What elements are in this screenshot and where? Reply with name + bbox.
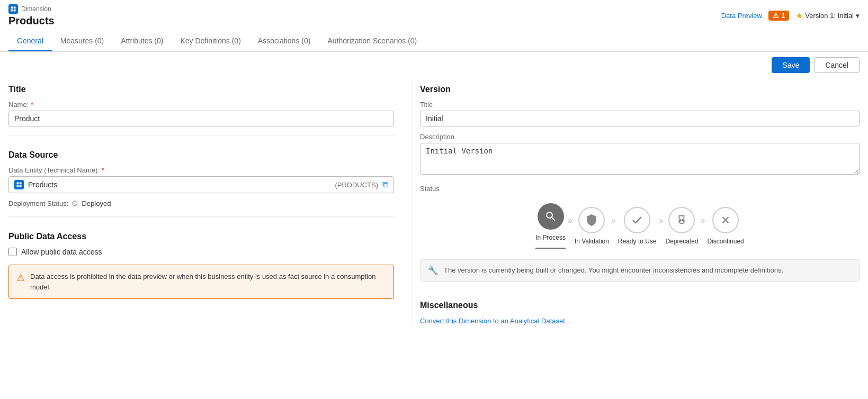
external-link-icon[interactable]: ⧉ <box>382 180 388 189</box>
status-step-ready-to-use[interactable]: Ready to Use <box>618 207 657 245</box>
status-flow: In Process » In Validation » <box>420 195 860 257</box>
tabs-bar: General Measures (0) Attributes (0) Key … <box>0 31 868 52</box>
svg-rect-5 <box>20 183 22 185</box>
ready-to-use-circle <box>624 207 650 233</box>
entity-required-indicator: * <box>100 166 104 174</box>
app-type-label: Dimension <box>21 5 51 13</box>
data-entity-row: Products (PRODUCTS) ⧉ <box>8 176 394 193</box>
warning-text: Data access is prohibited in the data pr… <box>30 271 386 292</box>
status-step-discontinued[interactable]: Discontinued <box>707 207 744 245</box>
title-divider <box>8 135 394 135</box>
status-notice: 🔧 The version is currently being built o… <box>420 259 860 282</box>
version-button[interactable]: ★ Version 1: Initial ▾ <box>795 11 860 21</box>
svg-rect-1 <box>14 7 16 9</box>
entity-code: (PRODUCTS) <box>335 181 378 189</box>
arrow-2: » <box>611 216 616 236</box>
miscellaneous-section: Miscellaneous Convert this Dimension to … <box>420 294 860 325</box>
allow-public-checkbox[interactable] <box>8 248 17 256</box>
tab-associations[interactable]: Associations (0) <box>249 31 319 51</box>
tab-measures[interactable]: Measures (0) <box>52 31 112 51</box>
status-label: Status <box>420 185 860 193</box>
warning-icon: ⚠ <box>16 272 25 284</box>
version-title-label: Title <box>420 101 860 108</box>
in-validation-circle <box>578 207 605 233</box>
app-header-left: Dimension Products <box>8 4 55 27</box>
data-source-divider <box>8 216 394 217</box>
dimension-icon <box>8 4 18 14</box>
arrow-3: » <box>659 216 664 236</box>
version-label: Version 1: Initial <box>805 12 854 20</box>
public-data-access-heading: Public Data Access <box>8 225 394 241</box>
status-step-deprecated[interactable]: Deprecated <box>665 207 698 245</box>
in-validation-label: In Validation <box>575 238 609 245</box>
data-preview-button[interactable]: Data Preview <box>721 12 762 20</box>
deprecated-label: Deprecated <box>665 238 698 245</box>
deployment-status-value: Deployed <box>82 200 111 207</box>
public-data-access-checkbox-row: Allow public data access <box>8 248 394 256</box>
discontinued-circle <box>712 207 739 233</box>
deployment-status-label: Deployment Status: <box>8 200 68 207</box>
version-description-label: Description <box>420 133 860 141</box>
in-process-underline <box>535 248 566 249</box>
chevron-down-icon: ▾ <box>856 12 860 20</box>
arrow-4: » <box>701 216 705 236</box>
public-data-warning: ⚠ Data access is prohibited in the data … <box>8 265 394 299</box>
arrow-1: » <box>568 216 572 236</box>
title-section-heading: Title <box>8 78 394 94</box>
version-description-input[interactable]: Initial Version <box>420 143 860 175</box>
status-step-in-validation[interactable]: In Validation <box>575 207 609 245</box>
entity-type-icon <box>14 180 24 189</box>
notice-text: The version is currently being built or … <box>444 265 783 276</box>
name-field-label: Name: * <box>8 101 394 108</box>
alert-count: 1 <box>781 12 785 20</box>
tab-general[interactable]: General <box>8 31 52 51</box>
app-header: Dimension Products Data Preview ⚠ 1 ★ Ve… <box>0 0 868 27</box>
data-source-heading: Data Source <box>8 144 394 160</box>
version-section-heading: Version <box>420 78 860 94</box>
name-input[interactable] <box>8 111 394 126</box>
svg-rect-2 <box>11 10 13 12</box>
name-required-indicator: * <box>29 101 33 108</box>
main-content: Title Name: * Data Source Data Entity (T… <box>0 78 868 333</box>
entity-field-label: Data Entity (Technical Name): * <box>8 166 394 174</box>
svg-rect-7 <box>20 185 22 187</box>
convert-dimension-link[interactable]: Convert this Dimension to an Analytical … <box>420 317 571 325</box>
discontinued-label: Discontinued <box>707 238 744 245</box>
left-panel: Title Name: * Data Source Data Entity (T… <box>8 78 411 325</box>
ready-to-use-label: Ready to Use <box>618 238 657 245</box>
clock-icon: ⊙ <box>71 198 78 208</box>
tab-key-definitions[interactable]: Key Definitions (0) <box>172 31 249 51</box>
svg-rect-6 <box>17 185 19 187</box>
page-title: Products <box>8 14 55 27</box>
status-step-in-process[interactable]: In Process <box>535 203 566 249</box>
app-header-right: Data Preview ⚠ 1 ★ Version 1: Initial ▾ <box>721 11 860 21</box>
in-process-circle <box>538 203 564 230</box>
save-button[interactable]: Save <box>772 57 810 73</box>
deployment-status: Deployment Status: ⊙ Deployed <box>8 198 394 208</box>
notice-icon: 🔧 <box>428 266 439 276</box>
entity-name: Products <box>28 180 330 189</box>
svg-rect-0 <box>11 7 13 9</box>
tab-attributes[interactable]: Attributes (0) <box>112 31 172 51</box>
svg-rect-4 <box>17 183 19 185</box>
svg-rect-3 <box>14 10 16 12</box>
in-process-label: In Process <box>535 234 566 241</box>
status-section: Status In Process » In Validation <box>420 185 860 257</box>
right-panel: Version Title Description Initial Versio… <box>411 78 860 325</box>
toolbar: Save Cancel <box>0 52 868 78</box>
allow-public-label[interactable]: Allow public data access <box>21 248 102 256</box>
cancel-button[interactable]: Cancel <box>814 57 860 73</box>
version-title-input[interactable] <box>420 111 860 126</box>
alert-icon: ⚠ <box>773 12 779 20</box>
alert-badge[interactable]: ⚠ 1 <box>768 11 789 21</box>
miscellaneous-heading: Miscellaneous <box>420 294 860 310</box>
star-icon: ★ <box>795 11 803 21</box>
tab-authorization-scenarios[interactable]: Authorization Scenarios (0) <box>319 31 425 51</box>
app-type: Dimension <box>8 4 55 14</box>
deprecated-circle <box>668 207 695 233</box>
